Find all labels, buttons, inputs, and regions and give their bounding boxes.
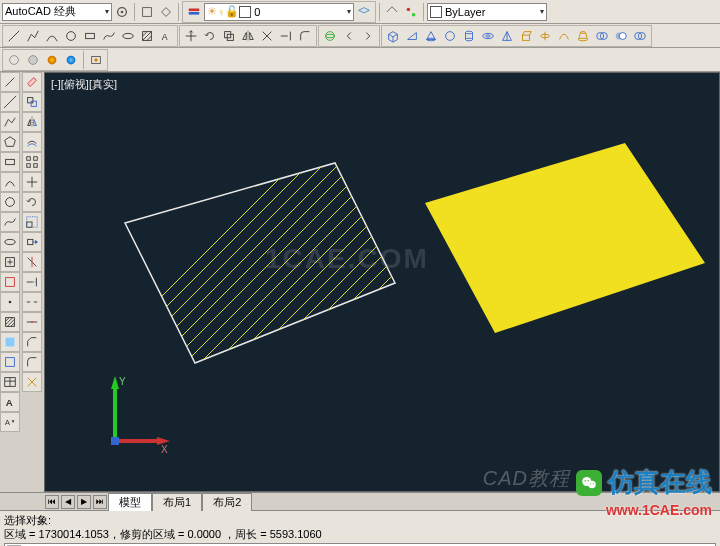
extend-tool-button[interactable] <box>277 27 295 45</box>
layer-dropdown[interactable]: ☀ ♀ 🔓 0 ▾ <box>204 3 354 21</box>
svg-point-108 <box>588 480 596 488</box>
model-tab[interactable]: 模型 <box>108 493 152 511</box>
break-tool-button[interactable] <box>22 292 42 312</box>
spline-tool-button[interactable] <box>0 212 20 232</box>
loft-button[interactable] <box>574 27 592 45</box>
props-tool-button[interactable] <box>383 3 401 21</box>
cone-solid-button[interactable] <box>422 27 440 45</box>
svg-point-51 <box>9 301 12 304</box>
mirror-tool-button[interactable] <box>22 112 42 132</box>
layer-tool-button[interactable] <box>355 3 373 21</box>
pline-tool-button[interactable] <box>0 112 20 132</box>
join-tool-button[interactable] <box>22 312 42 332</box>
svg-line-53 <box>6 318 10 322</box>
sweep-button[interactable] <box>555 27 573 45</box>
orbit-tool-button[interactable] <box>321 27 339 45</box>
make-block-button[interactable] <box>0 272 20 292</box>
fillet-tool-button[interactable] <box>296 27 314 45</box>
explode-tool-button[interactable] <box>22 372 42 392</box>
tab-last-button[interactable]: ⏭ <box>93 495 107 509</box>
orbit-prev-button[interactable] <box>340 27 358 45</box>
hatch-tool-button[interactable] <box>0 312 20 332</box>
array-tool-button[interactable] <box>22 152 42 172</box>
insert-block-button[interactable] <box>0 252 20 272</box>
line-tool-button[interactable] <box>5 27 23 45</box>
tool-button[interactable] <box>157 3 175 21</box>
layer-props-button[interactable] <box>185 3 203 21</box>
point-tool-button[interactable] <box>0 292 20 312</box>
modify-toolbar <box>179 25 317 47</box>
drawing-viewport[interactable]: [-][俯视][真实] 1CAE.COM <box>44 72 720 492</box>
revolve-button[interactable] <box>536 27 554 45</box>
erase-tool-button[interactable] <box>22 72 42 92</box>
tab-prev-button[interactable]: ◀ <box>61 495 75 509</box>
region-tool-button[interactable] <box>0 352 20 372</box>
polygon-tool-button[interactable] <box>0 132 20 152</box>
offset-tool-button[interactable] <box>22 132 42 152</box>
svg-point-6 <box>412 12 416 16</box>
stretch-tool-button[interactable] <box>22 232 42 252</box>
workspace-dropdown[interactable]: AutoCAD 经典 ▾ <box>2 3 112 21</box>
text-tool-button[interactable]: A <box>157 27 175 45</box>
copy-tool-button[interactable] <box>22 92 42 112</box>
vstyle-2dwire-button[interactable] <box>5 51 23 69</box>
gradient-tool-button[interactable] <box>0 332 20 352</box>
pline-tool-button[interactable] <box>24 27 42 45</box>
layout2-tab[interactable]: 布局2 <box>202 493 252 511</box>
subtract-button[interactable] <box>612 27 630 45</box>
tab-first-button[interactable]: ⏮ <box>45 495 59 509</box>
wedge-solid-button[interactable] <box>403 27 421 45</box>
layer-name: 0 <box>254 6 260 18</box>
hatch-tool-button[interactable] <box>138 27 156 45</box>
workspace-settings-button[interactable] <box>113 3 131 21</box>
intersect-button[interactable] <box>631 27 649 45</box>
trim-tool-button[interactable] <box>258 27 276 45</box>
props-tool-button[interactable] <box>402 3 420 21</box>
trim-tool-button[interactable] <box>22 252 42 272</box>
scale-tool-button[interactable] <box>22 212 42 232</box>
svg-point-5 <box>407 7 411 11</box>
move-tool-button[interactable] <box>22 172 42 192</box>
rectangle-tool-button[interactable] <box>0 152 20 172</box>
vstyle-hidden-button[interactable] <box>24 51 42 69</box>
render-button[interactable] <box>87 51 105 69</box>
pyramid-solid-button[interactable] <box>498 27 516 45</box>
fillet-tool-button[interactable] <box>22 352 42 372</box>
arc-tool-button[interactable] <box>43 27 61 45</box>
mtext-dd-button[interactable]: A <box>0 412 20 432</box>
vstyle-conceptual-button[interactable] <box>62 51 80 69</box>
rotate-tool-button[interactable] <box>201 27 219 45</box>
mtext-tool-button[interactable]: A <box>0 392 20 412</box>
ellipse-tool-button[interactable] <box>119 27 137 45</box>
cylinder-solid-button[interactable] <box>460 27 478 45</box>
move-tool-button[interactable] <box>182 27 200 45</box>
circle-tool-button[interactable] <box>0 192 20 212</box>
sphere-solid-button[interactable] <box>441 27 459 45</box>
xline-tool-button[interactable] <box>0 92 20 112</box>
circle-tool-button[interactable] <box>62 27 80 45</box>
main-area: A A [-][俯视][真实] 1CAE.COM <box>0 72 720 492</box>
torus-solid-button[interactable] <box>479 27 497 45</box>
hatched-region-shape <box>105 153 405 373</box>
orbit-next-button[interactable] <box>359 27 377 45</box>
modify-vertical-toolbar <box>22 72 44 492</box>
lineweight-dropdown[interactable]: ByLayer ▾ <box>427 3 547 21</box>
rotate-tool-button[interactable] <box>22 192 42 212</box>
vstyle-realistic-button[interactable] <box>43 51 61 69</box>
tab-next-button[interactable]: ▶ <box>77 495 91 509</box>
mirror-tool-button[interactable] <box>239 27 257 45</box>
layout1-tab[interactable]: 布局1 <box>152 493 202 511</box>
chamfer-tool-button[interactable] <box>22 332 42 352</box>
spline-tool-button[interactable] <box>100 27 118 45</box>
line-tool-button[interactable] <box>0 72 20 92</box>
arc-tool-button[interactable] <box>0 172 20 192</box>
ellipse-tool-button[interactable] <box>0 232 20 252</box>
extend-tool-button[interactable] <box>22 272 42 292</box>
union-button[interactable] <box>593 27 611 45</box>
extrude-button[interactable] <box>517 27 535 45</box>
tool-button[interactable] <box>138 3 156 21</box>
rect-tool-button[interactable] <box>81 27 99 45</box>
box-solid-button[interactable] <box>384 27 402 45</box>
table-tool-button[interactable] <box>0 372 20 392</box>
copy-tool-button[interactable] <box>220 27 238 45</box>
